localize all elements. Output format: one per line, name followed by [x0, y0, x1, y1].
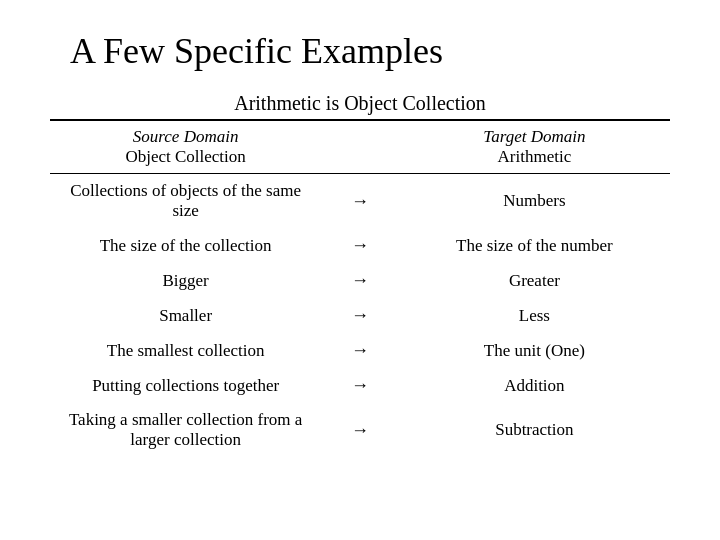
source-cell: Smaller: [50, 298, 321, 333]
arrow-cell: →: [321, 403, 399, 457]
target-cell: The unit (One): [399, 333, 670, 368]
arrow-cell: →: [321, 174, 399, 229]
target-cell: The size of the number: [399, 228, 670, 263]
slide: A Few Specific Examples Arithmetic is Ob…: [0, 0, 720, 540]
source-domain-header: Source Domain Object Collection: [50, 120, 321, 174]
source-cell: Putting collections together: [50, 368, 321, 403]
target-cell: Subtraction: [399, 403, 670, 457]
table-row: Putting collections together→Addition: [50, 368, 670, 403]
arrow-cell: →: [321, 228, 399, 263]
subtitle: Arithmetic is Object Collection: [234, 92, 486, 115]
arrow-cell: →: [321, 263, 399, 298]
arrow-header: [321, 120, 399, 174]
target-domain-label: Target Domain: [409, 127, 660, 147]
target-cell: Addition: [399, 368, 670, 403]
target-cell: Greater: [399, 263, 670, 298]
table-row: The size of the collection→The size of t…: [50, 228, 670, 263]
main-table: Source Domain Object Collection Target D…: [50, 119, 670, 457]
source-cell: Taking a smaller collection from a large…: [50, 403, 321, 457]
source-cell: The size of the collection: [50, 228, 321, 263]
source-cell: The smallest collection: [50, 333, 321, 368]
target-domain-header: Target Domain Arithmetic: [399, 120, 670, 174]
table-row: Bigger→Greater: [50, 263, 670, 298]
table-row: Collections of objects of the same size→…: [50, 174, 670, 229]
table-header: Source Domain Object Collection Target D…: [50, 120, 670, 174]
source-domain-label: Source Domain: [60, 127, 311, 147]
target-sub-label: Arithmetic: [409, 147, 660, 167]
source-cell: Bigger: [50, 263, 321, 298]
arrow-cell: →: [321, 368, 399, 403]
target-cell: Numbers: [399, 174, 670, 229]
page-title: A Few Specific Examples: [70, 30, 443, 72]
table-row: The smallest collection→The unit (One): [50, 333, 670, 368]
source-cell: Collections of objects of the same size: [50, 174, 321, 229]
arrow-cell: →: [321, 333, 399, 368]
header-row: Source Domain Object Collection Target D…: [50, 120, 670, 174]
target-cell: Less: [399, 298, 670, 333]
source-sub-label: Object Collection: [60, 147, 311, 167]
arrow-cell: →: [321, 298, 399, 333]
table-row: Taking a smaller collection from a large…: [50, 403, 670, 457]
table-body: Collections of objects of the same size→…: [50, 174, 670, 458]
table-row: Smaller→Less: [50, 298, 670, 333]
